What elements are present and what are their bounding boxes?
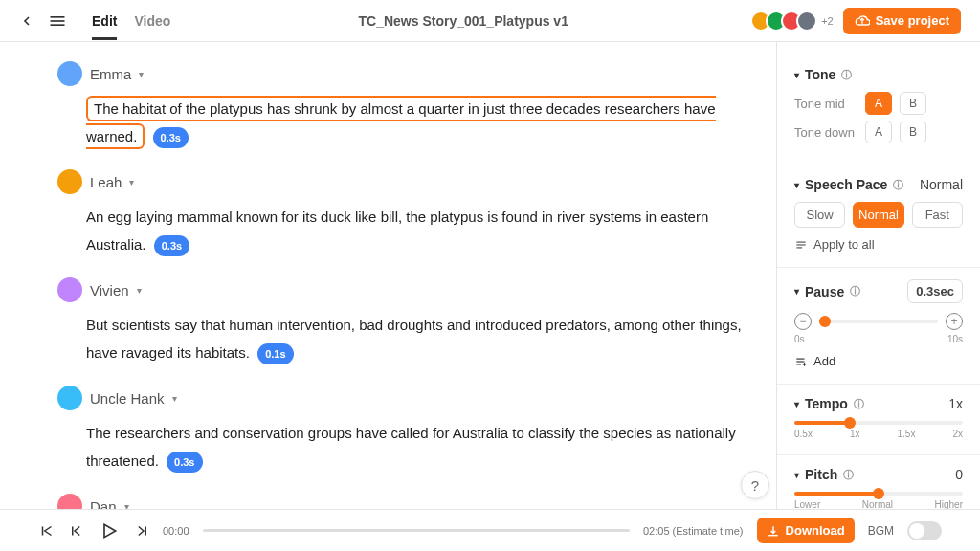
script-line[interactable]: But scientists say that human interventi…: [57, 312, 744, 366]
speaker-selector[interactable]: Leah▾: [57, 169, 744, 194]
pace-slow-button[interactable]: Slow: [794, 202, 845, 228]
bgm-toggle[interactable]: [907, 521, 942, 540]
chevron-down-icon: ▾: [137, 285, 142, 296]
info-icon[interactable]: ⓘ: [893, 178, 903, 192]
script-line[interactable]: The habitat of the platypus has shrunk b…: [57, 96, 744, 150]
apply-all-label: Apply to all: [813, 237, 875, 252]
plus-icon[interactable]: +: [946, 313, 963, 330]
script-canvas[interactable]: Emma▾The habitat of the platypus has shr…: [0, 42, 777, 509]
pause-value[interactable]: 0.3sec: [907, 279, 963, 303]
avatar-count: +2: [821, 15, 834, 27]
tone-down-a-button[interactable]: A: [865, 121, 892, 143]
speaker-block: Emma▾The habitat of the platypus has shr…: [57, 61, 744, 150]
pitch-panel: ▾ Pitch ⓘ 0 Lower Normal Higher: [777, 455, 980, 509]
header-left: Edit Video: [19, 2, 170, 40]
collaborator-avatars[interactable]: +2: [756, 11, 834, 32]
svg-marker-13: [104, 524, 116, 537]
speaker-name: Emma: [90, 66, 131, 82]
info-icon[interactable]: ⓘ: [850, 284, 860, 298]
pause-pill[interactable]: 0.3s: [154, 235, 189, 257]
chevron-down-icon: ▾: [172, 393, 177, 404]
pace-normal-button[interactable]: Normal: [853, 202, 903, 228]
main-area: Emma▾The habitat of the platypus has shr…: [0, 42, 980, 509]
pause-pill[interactable]: 0.1s: [257, 343, 293, 365]
pace-fast-button[interactable]: Fast: [912, 202, 963, 228]
add-pause-button[interactable]: Add: [794, 354, 963, 368]
avatar: [57, 169, 82, 194]
info-icon[interactable]: ⓘ: [841, 68, 852, 82]
tab-edit[interactable]: Edit: [92, 2, 117, 40]
scale-label: 1x: [850, 429, 860, 439]
chevron-down-icon: ▾: [139, 69, 144, 79]
tone-mid-b-button[interactable]: B: [900, 92, 926, 115]
back-button[interactable]: [19, 13, 34, 29]
tone-mid-label: Tone mid: [794, 97, 858, 111]
avatar: [57, 61, 82, 86]
play-button[interactable]: [100, 521, 119, 540]
avatar: [57, 277, 82, 302]
collapse-icon[interactable]: ▾: [794, 180, 799, 190]
speaker-name: Vivien: [90, 282, 129, 298]
save-project-button[interactable]: Save project: [843, 8, 961, 34]
speaker-block: Leah▾An egg laying mammal known for its …: [57, 169, 744, 258]
speech-pace-panel: ▾ Speech Pace ⓘ Normal Slow Normal Fast …: [777, 165, 980, 268]
speaker-selector[interactable]: Uncle Hank▾: [57, 386, 744, 410]
menu-button[interactable]: [48, 11, 67, 31]
pause-panel: ▾ Pause ⓘ 0.3sec − + 0s 10s Add: [777, 268, 980, 385]
speaker-block: Vivien▾ But scientists say that human in…: [57, 277, 744, 366]
pause-slider[interactable]: [819, 320, 938, 323]
speaker-name: Leah: [90, 174, 122, 190]
pause-pill[interactable]: 0.3s: [153, 127, 189, 149]
bgm-label: BGM: [868, 524, 894, 538]
download-icon: [767, 524, 780, 538]
pause-pill[interactable]: 0.3s: [167, 452, 202, 474]
scale-label: Normal: [862, 499, 893, 509]
scale-label: 0s: [794, 334, 805, 344]
tone-mid-a-button[interactable]: A: [865, 92, 892, 115]
script-line[interactable]: An egg laying mammal known for its duck …: [57, 204, 744, 258]
playbar: 00:00 02:05 (Estimate time) Download BGM: [0, 509, 980, 551]
pitch-slider[interactable]: [794, 492, 963, 496]
list-icon: [794, 238, 808, 252]
header-right: +2 Save project: [756, 8, 961, 34]
minus-icon[interactable]: −: [794, 313, 812, 330]
pace-value: Normal: [920, 177, 963, 192]
avatar: [57, 386, 82, 410]
info-icon[interactable]: ⓘ: [854, 397, 864, 411]
prev-button[interactable]: [69, 522, 86, 540]
collapse-icon[interactable]: ▾: [794, 470, 799, 480]
tempo-slider[interactable]: [794, 421, 963, 425]
speaker-block: Dan▾According to the team from the Unive…: [57, 494, 744, 509]
speaker-selector[interactable]: Dan▾: [57, 494, 744, 509]
speaker-selector[interactable]: Vivien▾: [57, 277, 744, 302]
add-label: Add: [813, 354, 835, 368]
script-line[interactable]: The researchers and conservation groups …: [57, 420, 744, 474]
avatar: [796, 11, 817, 32]
tone-down-b-button[interactable]: B: [900, 121, 926, 143]
panel-title: Pitch: [805, 467, 837, 482]
collapse-icon[interactable]: ▾: [794, 70, 799, 80]
help-button[interactable]: ?: [741, 471, 769, 499]
collapse-icon[interactable]: ▾: [794, 286, 799, 297]
chevron-down-icon: ▾: [129, 177, 134, 187]
panel-title: Pause: [805, 284, 844, 299]
speaker-name: Dan: [90, 498, 117, 510]
text-clause[interactable]: But scientists say that human interventi…: [86, 317, 742, 361]
speaker-block: Uncle Hank▾The researchers and conservat…: [57, 386, 744, 474]
progress-slider[interactable]: [203, 529, 630, 532]
apply-to-all-button[interactable]: Apply to all: [794, 237, 963, 252]
scale-label: 1.5x: [898, 429, 916, 439]
scale-label: Higher: [935, 499, 963, 509]
chevron-down-icon: ▾: [124, 501, 129, 510]
properties-sidebar: ▾ Tone ⓘ Tone mid A B Tone down A B ▾ Sp…: [777, 42, 980, 509]
tab-video[interactable]: Video: [134, 2, 170, 40]
info-icon[interactable]: ⓘ: [843, 468, 854, 482]
next-button[interactable]: [132, 522, 149, 540]
scale-label: 0.5x: [794, 429, 813, 439]
speaker-selector[interactable]: Emma▾: [57, 61, 744, 86]
skip-start-button[interactable]: [38, 522, 56, 540]
collapse-icon[interactable]: ▾: [794, 399, 799, 409]
panel-title: Speech Pace: [805, 177, 887, 192]
scale-label: 10s: [947, 334, 963, 344]
download-button[interactable]: Download: [757, 518, 855, 543]
